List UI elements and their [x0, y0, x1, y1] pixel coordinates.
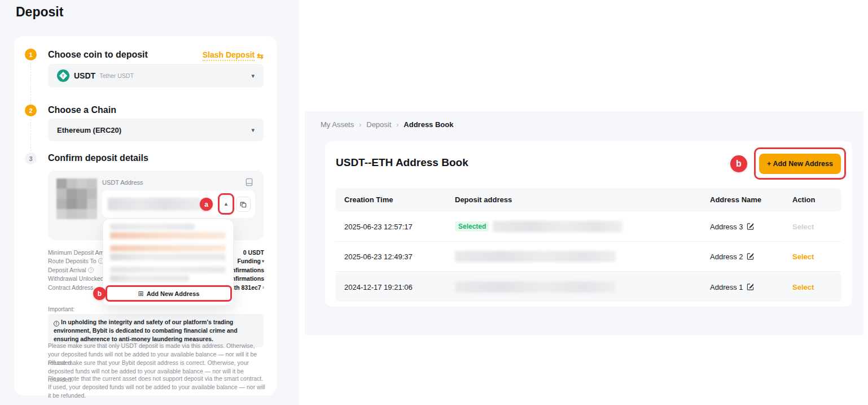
deposit-address-blurred	[455, 281, 616, 293]
chevron-right-icon: ›	[396, 121, 398, 129]
chevron-down-icon: ▾	[262, 259, 264, 264]
address-book-panel: My Assets › Deposit › Address Book USDT-…	[305, 111, 863, 335]
add-new-address-dropdown-button[interactable]: ⊞ Add New Address	[106, 285, 232, 302]
address-option-blurred	[110, 232, 226, 239]
qr-code-blurred	[56, 178, 97, 219]
detail-label: Deposit Arrival	[48, 267, 86, 273]
address-book-heading: USDT--ETH Address Book	[336, 156, 468, 169]
selected-badge: Selected	[455, 221, 489, 232]
coin-symbol: USDT	[74, 71, 95, 80]
deposit-address-field: a ▲	[102, 190, 255, 218]
step-connector	[30, 63, 31, 104]
breadcrumb-deposit[interactable]: Deposit	[366, 120, 391, 129]
table-header-row: Creation Time Deposit address Address Na…	[335, 188, 841, 212]
detail-value: Funding	[238, 258, 261, 264]
step-1-badge: 1	[25, 49, 37, 60]
header-creation-time: Creation Time	[344, 188, 393, 212]
step-2-badge: 2	[25, 104, 37, 116]
edit-address-icon[interactable]	[747, 253, 754, 260]
step-connector	[30, 119, 31, 151]
chevron-right-icon: ›	[359, 121, 361, 129]
annotation-b: b	[730, 155, 747, 172]
coin-select[interactable]: T USDT Tether USDT ▾	[48, 64, 264, 88]
deposit-address-blurred	[455, 251, 616, 262]
detail-label: Route Deposits To	[48, 258, 97, 264]
address-label: USDT Address	[102, 179, 143, 186]
important-label: Important:	[48, 306, 74, 312]
help-icon[interactable]: ?	[88, 267, 94, 273]
step-1-title: Choose coin to deposit	[48, 50, 148, 60]
address-option-blurred	[110, 224, 195, 230]
select-action[interactable]: Select	[792, 223, 814, 231]
plus-square-icon: ⊞	[138, 290, 144, 298]
address-book-icon[interactable]	[245, 178, 253, 189]
address-option-blurred	[110, 245, 226, 251]
annotation-b: b	[93, 287, 106, 300]
deposit-page-column: Deposit 1 Choose coin to deposit Slash D…	[0, 0, 299, 405]
coin-name: Tether USDT	[99, 72, 134, 79]
add-new-address-label: Add New Address	[147, 290, 200, 297]
edit-address-icon[interactable]	[747, 283, 754, 290]
breadcrumb: My Assets › Deposit › Address Book	[321, 120, 453, 129]
chevron-down-icon: ▾	[251, 72, 255, 80]
deposit-address-blurred	[108, 198, 201, 211]
address-book-table: Creation Time Deposit address Address Na…	[335, 188, 841, 302]
annotation-a: a	[200, 198, 213, 211]
slash-deposit-label: Slash Deposit	[203, 50, 255, 61]
header-address-name: Address Name	[710, 188, 761, 212]
address-name: Address 3	[710, 223, 743, 231]
breadcrumb-my-assets[interactable]: My Assets	[321, 120, 354, 129]
deposit-steps-card: 1 Choose coin to deposit Slash Deposit ⇆…	[14, 36, 277, 395]
address-name: Address 2	[710, 252, 743, 261]
chevron-right-icon: ›	[262, 284, 264, 290]
address-option[interactable]	[110, 245, 227, 260]
notice-text: In upholding the integrity and safety of…	[54, 319, 238, 342]
header-deposit-address: Deposit address	[455, 188, 512, 212]
edit-address-icon[interactable]	[747, 223, 754, 230]
page-title: Deposit	[16, 5, 63, 20]
copy-address-button[interactable]	[236, 197, 251, 212]
select-action[interactable]: Select	[792, 282, 814, 291]
address-option-blurred	[110, 254, 226, 260]
chain-value: Ethereum (ERC20)	[57, 126, 121, 134]
address-option-blurred	[110, 267, 226, 273]
select-action[interactable]: Select	[792, 252, 814, 261]
chain-select[interactable]: Ethereum (ERC20) ▾	[48, 119, 264, 141]
address-option[interactable]	[110, 224, 227, 239]
step-3-title: Confirm deposit details	[48, 153, 148, 163]
slash-deposit-link[interactable]: Slash Deposit ⇆	[203, 50, 264, 61]
warning-paragraph: Please note that the current asset does …	[48, 374, 265, 400]
address-option[interactable]	[110, 267, 227, 282]
chevron-up-icon[interactable]: ▲	[223, 201, 229, 207]
step-3-badge: 3	[25, 153, 37, 164]
address-option-blurred	[110, 275, 189, 282]
address-book-card: USDT--ETH Address Book + Add New Address…	[325, 141, 852, 307]
usdt-coin-icon: T	[57, 69, 69, 82]
table-row: 2024-12-17 19:21:06 Address 1 Select	[335, 272, 841, 302]
chevron-down-icon: ▾	[251, 127, 255, 134]
creation-time: 2024-12-17 19:21:06	[344, 282, 413, 291]
step-2-title: Choose a Chain	[48, 105, 116, 115]
creation-time: 2025-06-23 12:57:17	[344, 223, 413, 231]
deposit-address-blurred	[493, 221, 622, 232]
detail-label: Withdrawal Unlocked	[48, 275, 104, 282]
table-row: 2025-06-23 12:49:37 Address 2 Select	[335, 242, 841, 272]
detail-label: Contract Address	[48, 284, 94, 291]
detail-value: 0 USDT	[243, 249, 264, 256]
creation-time: 2025-06-23 12:49:37	[344, 252, 413, 261]
info-icon: !	[54, 321, 59, 326]
address-dropdown: ⊞ Add New Address	[103, 219, 234, 306]
header-action: Action	[792, 188, 815, 212]
swap-arrows-icon: ⇆	[257, 51, 264, 60]
annotation-box-address-toggle: ▲	[218, 193, 234, 215]
address-name: Address 1	[710, 282, 743, 291]
breadcrumb-address-book: Address Book	[404, 120, 453, 129]
add-new-address-button[interactable]: + Add New Address	[759, 154, 841, 174]
table-row: 2025-06-23 12:57:17 Selected Address 3 S…	[335, 212, 841, 242]
